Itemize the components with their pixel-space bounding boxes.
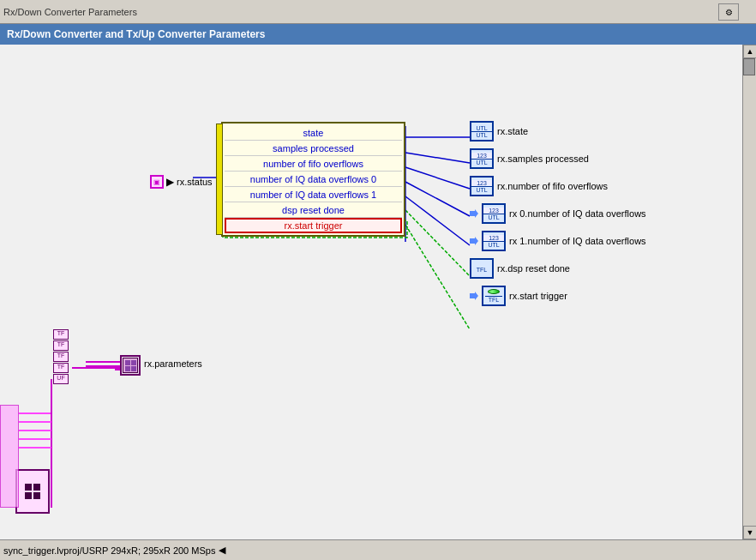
bottom-cluster-grid: [22, 481, 43, 502]
svg-line-5: [405, 196, 470, 245]
stack-item-2: TF: [53, 340, 69, 351]
grid-c4: [33, 492, 40, 499]
connector-arrow-iq0: [470, 209, 478, 218]
indicator-group: UTL UTL rx.state 123 UTL rx.samples proc…: [470, 120, 646, 310]
params-grid-cell-4: [131, 366, 136, 371]
cluster-row-fifo: number of fifo overflows: [225, 156, 402, 172]
bottom-left-cluster: [15, 469, 50, 514]
indicator-block-iq1: 123 UTL: [482, 231, 506, 251]
rx-params-block: [120, 355, 141, 376]
params-grid-cell-1: [125, 360, 130, 365]
title-text: Rx/Down Converter and Tx/Up Converter Pa…: [7, 28, 265, 40]
top-right-icon[interactable]: ⚙: [718, 3, 739, 21]
cluster-row-state: state: [225, 125, 402, 141]
indicator-row-dsp: TFL rx.dsp reset done: [470, 257, 646, 280]
title-bar: Rx/Down Converter and Tx/Up Converter Pa…: [0, 24, 756, 45]
scrollbar-right[interactable]: ▲ ▼: [742, 45, 756, 539]
indicator-row-trigger: TFL rx.start trigger: [470, 285, 646, 307]
rx-status-cluster: ▣ ▶ rx.status: [150, 175, 213, 189]
indicator-block-samples: 123 UTL: [470, 148, 494, 169]
led-trigger: [488, 289, 500, 294]
rx-status-arrow: ▶: [166, 176, 174, 188]
connector-arrow-trigger: [470, 292, 478, 300]
wire-to-params: [72, 367, 115, 369]
svg-line-3: [405, 167, 470, 189]
stack-item-1: TF: [53, 329, 69, 340]
rx-params-label: rx.parameters: [144, 358, 202, 369]
cluster-row-iq1: number of IQ data overflows 1: [225, 187, 402, 202]
svg-line-2: [405, 153, 470, 163]
rx-status-icon: ▣: [150, 175, 164, 189]
grid-c3: [25, 492, 32, 499]
scrollbar-thumb[interactable]: [743, 58, 755, 75]
bottom-bar: sync_trigger.lvproj/USRP 294xR; 295xR 20…: [0, 539, 756, 560]
indicator-block-iq0: 123 UTL: [482, 203, 506, 224]
indicator-row-iq0: 123 UTL rx 0.number of IQ data overflows: [470, 202, 646, 225]
top-frame-bar: Rx/Down Converter Parameters: [0, 0, 756, 24]
connector-arrow-iq1: [470, 237, 478, 245]
indicator-block-fifo: 123 UTL: [470, 176, 494, 196]
cluster-block: state samples processed number of fifo o…: [221, 122, 405, 237]
indicator-block-dsp: TFL: [470, 258, 494, 279]
indicator-block-state: UTL UTL: [470, 121, 494, 142]
rx-status-label: rx.status: [177, 177, 213, 187]
scroll-indicator-arrow[interactable]: ◀: [219, 545, 225, 556]
svg-line-4: [405, 182, 470, 216]
cluster-row-samples: samples processed: [225, 141, 402, 156]
canvas: ▣ ▶ rx.status state samples processed nu…: [0, 45, 742, 539]
settings-icon: ⚙: [725, 8, 733, 17]
stack-item-4: TF: [53, 363, 69, 373]
indicator-row-iq1: 123 UTL rx 1.number of IQ data overflows: [470, 230, 646, 252]
scroll-up-btn[interactable]: ▲: [743, 45, 756, 58]
grid-c2: [33, 484, 40, 491]
cluster-row-iq0: number of IQ data overflows 0: [225, 172, 402, 187]
grid-c1: [25, 484, 32, 491]
cluster-row-trigger: rx.start trigger: [225, 218, 402, 233]
params-grid-cell-3: [125, 366, 130, 371]
left-wire-bundle: [0, 405, 19, 508]
stack-item-3: TF: [53, 352, 69, 362]
top-frame-label: Rx/Down Converter Parameters: [3, 7, 137, 17]
stack-item-5: UF: [53, 374, 69, 384]
left-param-stack: TF TF TF TF UF: [53, 329, 69, 384]
indicator-row-fifo: 123 UTL rx.number of fifo overflows: [470, 175, 646, 197]
indicator-block-trigger: TFL: [482, 286, 506, 306]
params-grid-cell-2: [131, 360, 136, 365]
indicator-row-state: UTL UTL rx.state: [470, 120, 646, 142]
bottom-bar-text: sync_trigger.lvproj/USRP 294xR; 295xR 20…: [3, 545, 215, 556]
scroll-down-btn[interactable]: ▼: [743, 526, 756, 539]
indicator-row-samples: 123 UTL rx.samples processed: [470, 148, 646, 170]
svg-line-6: [405, 210, 470, 276]
svg-line-7: [405, 225, 470, 329]
stack-arrow-connector: [72, 364, 123, 372]
cluster-row-dsp: dsp reset done: [225, 202, 402, 218]
params-inner-grid: [123, 358, 138, 373]
